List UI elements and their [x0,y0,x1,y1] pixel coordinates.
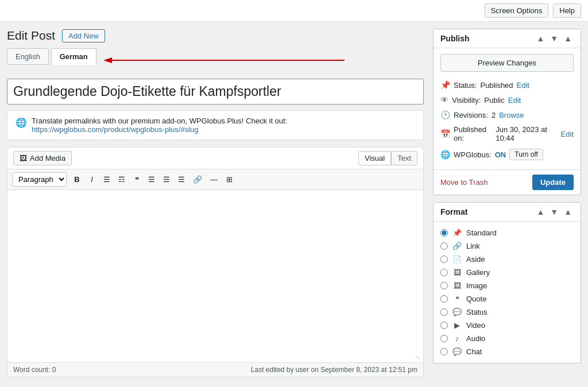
format-option-standard[interactable]: 📌 Standard [440,226,574,239]
format-option-video[interactable]: ▶ Video [440,319,574,332]
format-option-chat[interactable]: 💬 Chat [440,345,574,358]
format-radio-audio[interactable] [440,335,448,342]
status-value: Published [480,81,513,90]
editor-toolbar: 🖼 Add Media Visual Text [7,148,423,169]
format-option-image[interactable]: 🖼 Image [440,279,574,292]
visual-tab[interactable]: Visual [358,151,391,165]
status-row: 📌 Status: Published Edit [440,78,574,92]
paragraph-format-select[interactable]: Paragraph Heading 1 Heading 2 Heading 3 [12,172,67,187]
format-box-title: Format [440,207,467,216]
align-center-button[interactable]: ☰ [160,173,173,186]
status-icon: 📌 [440,80,450,90]
help-button[interactable]: Help [553,3,581,18]
editor-body[interactable]: ⤡ [7,190,423,362]
publish-close-button[interactable]: ▲ [562,34,574,43]
more-button[interactable]: — [207,173,221,186]
permalink-text: Translate permalinks with our premium ad… [32,117,415,134]
video-icon: ▶ [452,321,462,330]
format-option-quote[interactable]: ❝ Quote [440,292,574,305]
format-radio-aside[interactable] [440,256,448,263]
publish-box-header: Publish ▲ ▼ ▲ [434,29,581,48]
sidebar: Publish ▲ ▼ ▲ Preview Changes 📌 Status: … [433,29,581,363]
update-button[interactable]: Update [532,175,574,190]
preview-changes-button[interactable]: Preview Changes [440,54,574,72]
bold-button[interactable]: B [70,173,84,186]
link-button[interactable]: 🔗 [189,173,206,186]
permalink-notice: 🌐 Translate permalinks with our premium … [7,110,424,140]
language-tab-row: English German [7,48,424,72]
format-radio-gallery[interactable] [440,269,448,276]
red-arrow-indicator [103,57,345,64]
visibility-value: Public [484,96,504,105]
word-count: Word count: 0 [13,366,56,374]
format-radio-image[interactable] [440,282,448,289]
revisions-value: 2 [492,111,496,119]
format-label-video: Video [466,321,485,330]
format-radio-quote[interactable] [440,295,448,303]
last-edited: Last edited by user on September 8, 2023… [251,366,417,374]
gallery-icon: 🖼 [452,268,462,277]
format-collapse-down-button[interactable]: ▼ [548,207,560,216]
resize-handle[interactable]: ⤡ [415,354,421,360]
editor-footer: Word count: 0 Last edited by user on Sep… [7,362,423,377]
wpglobus-turn-off-button[interactable]: Turn off [509,149,543,160]
format-radio-link[interactable] [440,242,448,250]
wpglobus-row: 🌐 WPGlobus: ON Turn off [440,145,574,164]
published-on-label: Published on: [454,125,492,142]
publish-collapse-up-button[interactable]: ▲ [535,34,546,43]
visibility-label: Visibility: [452,96,481,105]
format-radio-chat[interactable] [440,348,448,355]
publish-actions: Move to Trash Update [434,169,581,195]
main-content: Edit Post Add New English German 🌐 Tra [7,29,424,377]
format-meta-box: Format ▲ ▼ ▲ 📌 Standard 🔗 Link [433,202,581,363]
add-media-label: Add Media [30,154,65,162]
aside-icon: 📄 [452,255,462,264]
editor-view-tabs: Visual Text [358,151,417,165]
format-label-image: Image [466,281,487,290]
add-media-button[interactable]: 🖼 Add Media [13,151,72,165]
format-option-status[interactable]: 💬 Status [440,305,574,319]
revisions-label: Revisions: [454,111,488,119]
format-label-gallery: Gallery [466,268,490,277]
status-format-icon: 💬 [452,308,462,316]
globe-icon: 🌐 [16,117,27,128]
unordered-list-button[interactable]: ☰ [100,173,114,186]
blockquote-button[interactable]: ❝ [130,173,144,186]
post-title-input[interactable] [7,79,424,105]
format-option-aside[interactable]: 📄 Aside [440,253,574,266]
top-bar: Screen Options Help [0,0,588,22]
page-layout: Edit Post Add New English German 🌐 Tra [0,22,588,384]
move-to-trash-link[interactable]: Move to Trash [440,178,488,187]
publish-collapse-down-button[interactable]: ▼ [548,34,560,43]
format-close-button[interactable]: ▲ [562,207,574,216]
format-radio-video[interactable] [440,322,448,329]
visibility-edit-link[interactable]: Edit [508,96,521,105]
text-tab[interactable]: Text [391,151,417,165]
format-label-audio: Audio [466,334,485,343]
format-option-link[interactable]: 🔗 Link [440,239,574,253]
quote-icon: ❝ [452,295,462,303]
published-on-edit-link[interactable]: Edit [561,130,574,138]
standard-icon: 📌 [452,229,462,237]
add-media-icon: 🖼 [20,154,27,162]
revisions-browse-link[interactable]: Browse [499,111,524,119]
wpglobus-state: ON [495,150,506,159]
align-right-button[interactable]: ☰ [175,173,188,186]
add-new-button[interactable]: Add New [62,29,105,42]
align-left-button[interactable]: ☰ [145,173,158,186]
ordered-list-button[interactable]: ☶ [115,173,129,186]
format-radio-status[interactable] [440,308,448,316]
italic-button[interactable]: I [85,173,99,186]
toolbar-toggle-button[interactable]: ⊞ [222,173,236,186]
tab-english[interactable]: English [7,48,49,65]
format-collapse-up-button[interactable]: ▲ [535,207,546,216]
editor-actions: 🖼 Add Media [13,151,72,165]
format-option-audio[interactable]: ♪ Audio [440,332,574,345]
format-label-chat: Chat [466,347,482,356]
format-radio-standard[interactable] [440,229,448,237]
screen-options-button[interactable]: Screen Options [485,3,549,18]
format-option-gallery[interactable]: 🖼 Gallery [440,266,574,279]
status-edit-link[interactable]: Edit [517,81,529,90]
tab-german[interactable]: German [51,48,96,65]
permalink-link[interactable]: https://wpglobus.com/product/wpglobus-pl… [32,125,199,134]
